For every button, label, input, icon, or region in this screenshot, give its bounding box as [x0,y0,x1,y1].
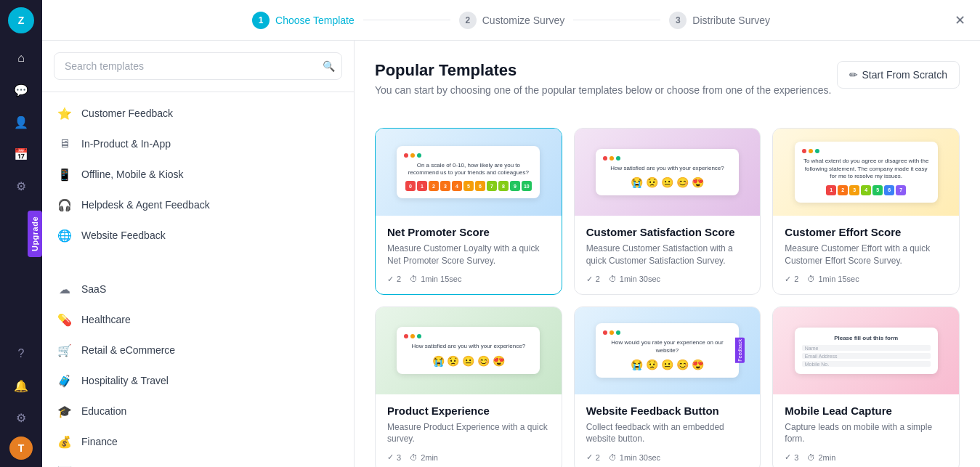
mlc-questions: 3 [794,453,798,462]
sidebar-item-finance[interactable]: 💰 Finance [42,426,354,457]
step-line-1 [363,20,450,20]
step-line-2 [573,20,660,20]
clock-icon: ⏱ [410,453,418,462]
sidebar-item-retail[interactable]: 🛒 Retail & eCommerce [42,335,354,365]
sidebar-item-hospitality[interactable]: 🧳 Hospitality & Travel [42,365,354,396]
check-icon: ✓ [586,452,593,462]
card-title-ces: Customer Effort Score [785,226,947,238]
nps-preview-question: On a scale of 0-10, how likely are you t… [404,162,532,177]
integrations-nav-icon[interactable]: ⚙ [8,173,34,199]
clock-icon: ⏱ [609,275,617,283]
check-icon: ✓ [387,275,394,284]
sidebar-item-healthcare[interactable]: 💊 Healthcare [42,304,354,335]
settings-nav-icon[interactable]: ⚙ [8,405,34,431]
clock-icon: ⏱ [807,453,815,462]
step-1-label: Choose Template [275,15,355,26]
sidebar-item-label: SaaS [81,283,106,295]
sidebar-item-label: Education [81,405,126,417]
template-card-mlc[interactable]: Please fill out this form Name Email Add… [772,306,960,467]
pencil-icon: ✏ [849,69,858,81]
step-1: 1 Choose Template [252,12,355,29]
card-body-pe: Product Experience Measure Product Exper… [376,394,562,467]
sidebar-item-website[interactable]: 🌐 Website Feedback [42,220,354,251]
step-2: 2 Customize Survey [459,12,565,29]
step-3-number: 3 [669,12,687,29]
sidebar: 🔍 ⭐ Customer Feedback 🖥 In-Product & In-… [42,41,355,467]
card-meta-wfb: ✓ 2 ⏱ 1min 30sec [586,452,749,462]
card-desc-wfb: Collect feedback with an embedded websit… [586,421,749,446]
card-title-pe: Product Experience [387,405,550,417]
sidebar-item-helpdesk[interactable]: 🎧 Helpdesk & Agent Feedback [42,190,354,220]
search-icon: 🔍 [323,60,335,72]
chat-nav-icon[interactable]: 💬 [8,77,34,103]
step-2-label: Customize Survey [482,15,565,26]
step-3: 3 Distribute Survey [669,12,770,29]
template-card-pe[interactable]: How satisfied are you with your experien… [375,306,562,467]
saas-icon: ☁ [57,281,73,297]
calendar-nav-icon[interactable]: 📅 [8,141,34,167]
mlc-time: 2min [818,453,835,462]
card-body-wfb: Website Feedback Button Collect feedback… [575,394,761,467]
step-2-number: 2 [459,12,477,29]
start-from-scratch-button[interactable]: ✏ Start From Scratch [837,61,960,89]
card-desc-ces: Measure Customer Effort with a quick Cus… [785,243,947,267]
card-desc-nps: Measure Customer Loyalty with a quick Ne… [387,243,550,267]
sidebar-item-inapp[interactable]: 🖥 In-Product & In-App [42,129,354,159]
main-content: Popular Templates You can start by choos… [355,41,980,467]
bell-nav-icon[interactable]: 🔔 [8,373,34,399]
sidebar-item-saas[interactable]: ☁ SaaS [42,274,354,304]
check-icon: ✓ [387,452,394,462]
check-icon: ✓ [785,452,791,462]
card-body-ces: Customer Effort Score Measure Customer E… [773,216,959,294]
sidebar-item-label: Offline, Mobile & Kiosk [81,168,184,180]
clock-icon: ⏱ [609,453,617,462]
sidebar-item-quiz[interactable]: 📊 Quiz and Polls [42,457,354,467]
sidebar-item-education[interactable]: 🎓 Education [42,396,354,426]
home-nav-icon[interactable]: ⌂ [8,45,34,71]
template-card-nps[interactable]: On a scale of 0-10, how likely are you t… [375,128,562,295]
card-preview-mlc: Please fill out this form Name Email Add… [773,307,959,394]
template-card-csat[interactable]: How satisfied are you with your experien… [574,128,761,295]
inapp-icon: 🖥 [57,136,73,152]
header: 1 Choose Template 2 Customize Survey 3 D… [42,0,980,41]
help-nav-icon[interactable]: ? [8,341,34,367]
ces-preview-question: To what extent do you agree or disagree … [802,158,931,180]
wfb-time: 1min 30sec [620,453,660,462]
ces-time: 1min 15sec [818,275,859,283]
close-button[interactable]: ✕ [955,12,965,28]
card-preview-wfb: How would you rate your experience on ou… [575,307,761,394]
card-preview-nps: On a scale of 0-10, how likely are you t… [376,129,562,216]
upgrade-tab[interactable]: Upgrade [28,210,42,256]
sidebar-item-label: In-Product & In-App [81,138,171,150]
left-navigation: Z ⌂ 💬 👤 📅 ⚙ Upgrade ? 🔔 ⚙ T [0,0,42,467]
stepper: 1 Choose Template 2 Customize Survey 3 D… [57,12,965,29]
template-card-ces[interactable]: To what extent do you agree or disagree … [772,128,960,295]
step-1-number: 1 [252,12,270,29]
template-card-wfb[interactable]: How would you rate your experience on ou… [574,306,761,467]
sidebar-item-offline[interactable]: 📱 Offline, Mobile & Kiosk [42,159,354,190]
app-logo[interactable]: Z [8,7,34,33]
users-nav-icon[interactable]: 👤 [8,109,34,135]
pe-preview-question: How satisfied are you with your experien… [404,343,532,350]
pe-emoji-row: 😭 😟 😐 😊 😍 [404,355,532,367]
sidebar-item-label: Hospitality & Travel [81,375,169,386]
card-desc-mlc: Capture leads on mobile with a simple fo… [785,421,947,446]
csat-preview-question: How satisfied are you with your experien… [603,165,732,172]
avatar[interactable]: T [9,436,33,460]
templates-grid: On a scale of 0-10, how likely are you t… [375,128,960,467]
sidebar-item-customer-feedback[interactable]: ⭐ Customer Feedback [42,98,354,129]
check-icon: ✓ [785,275,791,284]
retail-icon: 🛒 [57,342,73,358]
card-desc-csat: Measure Customer Satisfaction with a qui… [586,243,749,267]
hospitality-icon: 🧳 [57,373,73,389]
page-subtitle: You can start by choosing one of the pop… [375,84,831,96]
step-3-label: Distribute Survey [692,15,770,26]
card-preview-csat: How satisfied are you with your experien… [575,129,761,216]
card-meta-csat: ✓ 2 ⏱ 1min 30sec [586,275,749,284]
website-icon: 🌐 [57,227,73,243]
card-preview-ces: To what extent do you agree or disagree … [773,129,959,216]
card-title-mlc: Mobile Lead Capture [785,405,947,417]
csat-emoji-row: 😭 😟 😐 😊 😍 [603,176,732,188]
clock-icon: ⏱ [807,275,815,283]
search-input[interactable] [54,52,342,80]
